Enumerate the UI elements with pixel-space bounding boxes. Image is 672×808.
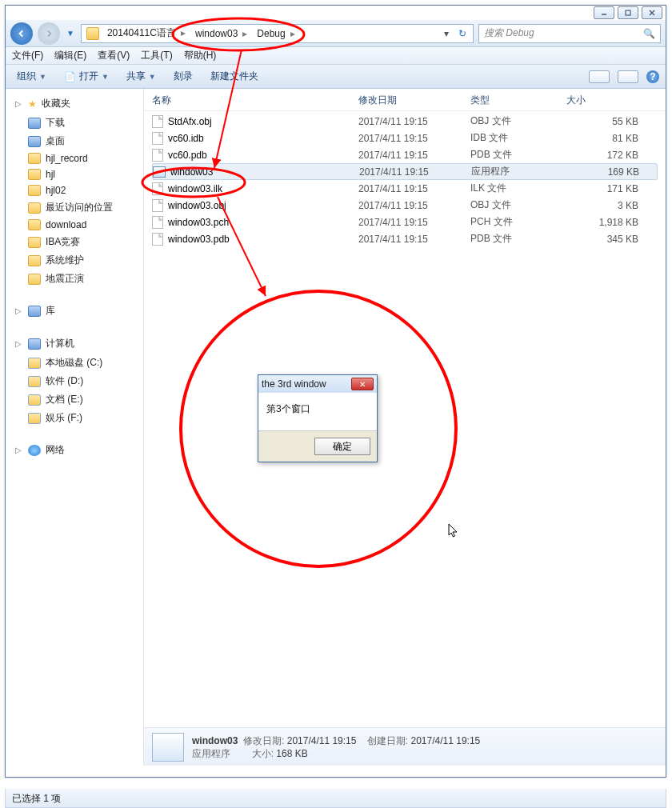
folder-icon — [86, 27, 99, 40]
network-icon — [28, 445, 41, 456]
file-row[interactable]: window03.obj2017/4/11 19:15OBJ 文件3 KB — [152, 197, 658, 214]
back-button[interactable] — [10, 22, 33, 45]
search-input[interactable]: 搜索 Debug 🔍 — [478, 24, 661, 43]
close-button[interactable] — [642, 6, 662, 19]
address-bar[interactable]: 20140411C语言▸ window03▸ Debug▸ ▾ ↻ — [81, 24, 474, 43]
history-dropdown[interactable]: ▼ — [65, 29, 76, 38]
view-options-button[interactable] — [589, 70, 610, 83]
file-date: 2017/4/11 19:15 — [358, 133, 470, 144]
sidebar-item[interactable]: download — [6, 217, 143, 233]
sidebar-item[interactable]: 系统维护 — [6, 251, 143, 270]
favorites-group[interactable]: ▷★收藏夹 — [6, 94, 143, 114]
file-type: PDB 文件 — [470, 148, 566, 162]
sidebar-item[interactable]: 地震正演 — [6, 270, 143, 288]
file-size: 345 KB — [566, 234, 638, 245]
computer-group[interactable]: ▷计算机 — [6, 334, 143, 354]
disk-icon — [28, 376, 41, 387]
file-date: 2017/4/11 19:15 — [358, 217, 470, 228]
column-headers[interactable]: 名称 修改日期 类型 大小 — [144, 89, 666, 111]
file-name: window03.pdb — [168, 234, 230, 245]
sidebar-drive[interactable]: 软件 (D:) — [6, 372, 143, 390]
disk-icon — [28, 394, 41, 406]
sidebar-drive[interactable]: 娱乐 (F:) — [6, 409, 143, 427]
folder-icon — [28, 185, 41, 196]
file-row[interactable]: vc60.idb2017/4/11 19:15IDB 文件81 KB — [152, 130, 658, 146]
details-pane: window03 修改日期: 2017/4/11 19:15 创建日期: 201… — [144, 727, 666, 766]
organize-button[interactable]: 组织▼ — [12, 68, 51, 85]
sidebar-item[interactable]: 桌面 — [6, 132, 143, 150]
file-name: window03.ilk — [168, 183, 222, 194]
sidebar-item-label: 软件 (D:) — [46, 374, 83, 388]
menu-file[interactable]: 文件(F) — [12, 49, 43, 62]
sidebar-item-label: IBA竞赛 — [46, 235, 80, 249]
file-row[interactable]: window03.ilk2017/4/11 19:15ILK 文件171 KB — [152, 180, 658, 197]
file-row[interactable]: StdAfx.obj2017/4/11 19:15OBJ 文件55 KB — [152, 113, 658, 130]
preview-pane-button[interactable] — [618, 70, 638, 83]
file-name: vc60.idb — [168, 133, 204, 144]
file-icon — [152, 199, 163, 212]
sidebar-drive[interactable]: 文档 (E:) — [6, 390, 143, 409]
network-group[interactable]: ▷网络 — [6, 440, 143, 460]
file-type: 应用程序 — [471, 165, 567, 178]
sidebar-item-label: hjl02 — [46, 185, 66, 196]
sidebar-item[interactable]: hjl — [6, 166, 143, 182]
file-size: 169 KB — [567, 166, 639, 178]
folder-icon — [28, 169, 41, 180]
sidebar-item-label: 娱乐 (F:) — [46, 411, 82, 425]
col-modified[interactable]: 修改日期 — [358, 94, 470, 107]
sidebar-item-label: 地震正演 — [46, 272, 84, 286]
dialog-ok-button[interactable]: 确定 — [314, 438, 370, 455]
file-row[interactable]: window03.pdb2017/4/11 19:15PDB 文件345 KB — [152, 230, 658, 247]
menu-help[interactable]: 帮助(H) — [184, 49, 217, 62]
burn-button[interactable]: 刻录 — [169, 68, 198, 85]
file-name: vc60.pdb — [168, 150, 207, 161]
col-type[interactable]: 类型 — [470, 94, 566, 107]
newfolder-button[interactable]: 新建文件夹 — [206, 68, 263, 85]
computer-icon — [28, 338, 41, 350]
file-row[interactable]: window03.pch2017/4/11 19:15PCH 文件1,918 K… — [152, 214, 658, 230]
breadcrumb-item[interactable]: 20140411C语言▸ — [102, 26, 190, 40]
file-name: window03.pch — [168, 217, 229, 228]
menu-view[interactable]: 查看(V) — [98, 49, 130, 62]
dialog-close-button[interactable]: ✕ — [351, 378, 374, 390]
file-date: 2017/4/11 19:15 — [358, 234, 470, 245]
breadcrumb-item[interactable]: window03▸ — [190, 28, 252, 39]
help-button[interactable]: ? — [646, 70, 659, 83]
open-button[interactable]: 📄 打开▼ — [59, 68, 114, 85]
menu-bar: 文件(F) 编辑(E) 查看(V) 工具(T) 帮助(H) — [6, 47, 666, 65]
file-row[interactable]: window032017/4/11 19:15应用程序169 KB — [152, 163, 658, 180]
minimize-button[interactable] — [594, 6, 614, 19]
file-type: PCH 文件 — [470, 215, 566, 229]
breadcrumb-item[interactable]: Debug▸ — [252, 28, 299, 39]
mouse-cursor — [448, 523, 459, 542]
libraries-group[interactable]: ▷库 — [6, 301, 143, 321]
sidebar-item[interactable]: 下载 — [6, 114, 143, 132]
sidebar-item[interactable]: IBA竞赛 — [6, 233, 143, 251]
file-date: 2017/4/11 19:15 — [358, 200, 470, 211]
sidebar-item[interactable]: hjl02 — [6, 182, 143, 198]
menu-edit[interactable]: 编辑(E) — [54, 49, 86, 62]
file-icon — [152, 216, 163, 229]
sidebar-item[interactable]: hjl_record — [6, 150, 143, 166]
sidebar-item-label: hjl — [46, 169, 55, 180]
svg-rect-1 — [626, 10, 630, 15]
file-size: 1,918 KB — [566, 217, 638, 228]
sidebar-item[interactable]: 最近访问的位置 — [6, 198, 143, 217]
menu-tools[interactable]: 工具(T) — [141, 49, 172, 62]
file-icon — [152, 233, 163, 246]
sidebar-drive[interactable]: 本地磁盘 (C:) — [6, 354, 143, 372]
file-icon — [152, 132, 163, 145]
share-button[interactable]: 共享▼ — [122, 68, 161, 85]
col-name[interactable]: 名称 — [152, 94, 358, 107]
file-row[interactable]: vc60.pdb2017/4/11 19:15PDB 文件172 KB — [152, 146, 658, 163]
maximize-button[interactable] — [618, 6, 638, 19]
forward-button[interactable] — [38, 22, 60, 45]
col-size[interactable]: 大小 — [566, 94, 638, 107]
refresh-button[interactable]: ↻ — [454, 28, 471, 39]
folder-icon — [28, 153, 41, 164]
details-name: window03 — [192, 735, 238, 746]
file-size: 55 KB — [566, 116, 638, 127]
address-dropdown[interactable]: ▾ — [439, 28, 454, 39]
toolbar: 组织▼ 📄 打开▼ 共享▼ 刻录 新建文件夹 ? — [6, 65, 666, 89]
file-size: 81 KB — [566, 133, 638, 144]
